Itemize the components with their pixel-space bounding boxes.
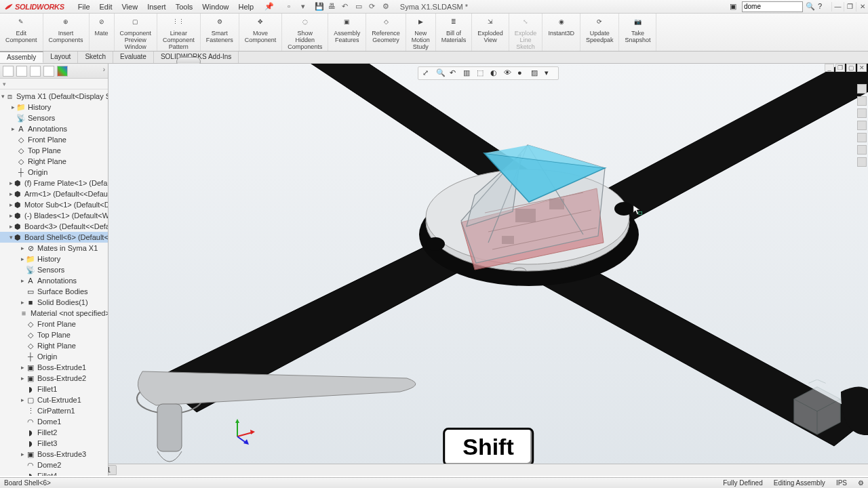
fm-tab-dim[interactable] (43, 66, 54, 77)
fm-filter-bar[interactable]: ▾ (0, 79, 108, 89)
tree-item[interactable]: ◇Front Plane (0, 134, 108, 145)
update_sp-button[interactable]: ⟳UpdateSpeedpak (580, 14, 620, 51)
search-input[interactable] (742, 1, 803, 12)
fm-tab-property[interactable] (16, 66, 27, 77)
smart_fast-button[interactable]: ⚙SmartFasteners (201, 14, 239, 51)
tree-item[interactable]: ◇Front Plane (0, 319, 108, 329)
expand-icon[interactable]: ▸ (19, 277, 26, 284)
tab-sketch[interactable]: Sketch (78, 52, 113, 63)
tree-item[interactable]: ▸📁History (0, 102, 108, 113)
tree-item[interactable]: ◇Top Plane (0, 329, 108, 340)
tree-item[interactable]: ▭Surface Bodies (0, 286, 108, 297)
help-icon[interactable]: ? (818, 2, 827, 12)
expand-icon[interactable]: ▸ (19, 245, 26, 251)
rebuild-icon[interactable]: ⟳ (369, 2, 378, 12)
restore-button[interactable]: ❐ (844, 2, 856, 12)
edit_comp-button[interactable]: ✎EditComponent (0, 14, 43, 51)
tree-item[interactable]: ▸⬢Motor Sub<1> (Default<Display S (0, 199, 108, 210)
menu-insert[interactable]: Insert (143, 1, 170, 12)
tree-item[interactable]: ▸⬢(f) Frame Plate<1> (Default<<Def (0, 178, 108, 188)
expand-icon[interactable]: ▸ (19, 364, 26, 371)
exploded-button[interactable]: ⇲ExplodedView (472, 14, 509, 51)
menu-window[interactable]: Window (198, 1, 233, 12)
tree-item[interactable]: ┼Origin (0, 351, 108, 362)
minimize-button[interactable]: — (831, 2, 844, 12)
expand-icon[interactable]: ▸ (19, 396, 26, 403)
display-style-icon[interactable]: ◐ (490, 68, 500, 78)
open-icon[interactable]: ▾ (301, 2, 311, 12)
appearance-icon[interactable]: ● (517, 68, 527, 78)
menu-file[interactable]: File (74, 1, 94, 12)
tree-item[interactable]: ▸▣Boss-Extrude1 (0, 362, 108, 373)
view-settings-icon[interactable]: ▾ (545, 68, 554, 78)
tree-item[interactable]: 📡Sensors (0, 264, 108, 275)
tree-item[interactable]: ▸▣Boss-Extrude2 (0, 373, 108, 384)
tree-item[interactable]: ▸▣Boss-Extrude3 (0, 449, 108, 460)
menu-help[interactable]: Help (234, 1, 258, 12)
hide-show-icon[interactable]: 👁 (504, 68, 513, 78)
expand-icon[interactable]: ▸ (9, 125, 16, 132)
search-scope-icon[interactable]: ▣ (730, 2, 739, 12)
tree-item[interactable]: ┼Origin (0, 167, 108, 178)
tp-view-palette[interactable] (857, 121, 867, 130)
select-icon[interactable]: ▭ (355, 2, 365, 12)
tree-item[interactable]: ◠Dome1 (0, 416, 108, 427)
tp-design-lib[interactable] (857, 96, 867, 106)
section-view-icon[interactable]: ▥ (463, 68, 473, 78)
tp-resources[interactable] (857, 84, 867, 94)
tree-item[interactable]: ▸⬢Board<3> (Default<<Default>_Di (0, 221, 108, 232)
menu-edit[interactable]: Edit (96, 1, 117, 12)
tp-file-explorer[interactable] (857, 108, 867, 118)
tree-item[interactable]: ◇Right Plane (0, 156, 108, 167)
tree-root[interactable]: ▾⧈ Syma X1 (Default<Display State-1>) (0, 91, 108, 102)
btab-motion[interactable]: Motion Study 1 (108, 465, 117, 475)
zoom-area-icon[interactable]: 🔍 (436, 68, 446, 78)
prev-view-icon[interactable]: ↶ (450, 68, 459, 78)
close-button[interactable]: ✕ (856, 2, 868, 12)
tree-item[interactable]: ▸AAnnotations (0, 123, 108, 134)
tree-item[interactable]: ▸⬢Arm<1> (Default<<Default>_Disp (0, 188, 108, 199)
view-cube[interactable] (787, 380, 848, 442)
status-units[interactable]: IPS (836, 479, 847, 487)
mdi-restore[interactable]: ❐ (835, 64, 845, 72)
zoom-fit-icon[interactable]: ⤢ (422, 68, 432, 78)
options-icon[interactable]: ⚙ (382, 2, 392, 12)
tree-item[interactable]: ▸▢Cut-Extrude1 (0, 394, 108, 405)
menu-view[interactable]: View (117, 1, 142, 12)
fm-tab-config[interactable] (30, 66, 41, 77)
status-gear-icon[interactable]: ⚙ (858, 479, 864, 487)
instant3d-button[interactable]: ◉Instant3D (542, 14, 580, 51)
fm-tab-tree[interactable] (3, 66, 14, 77)
fm-more-icon[interactable]: › (103, 66, 105, 77)
undo-icon[interactable]: ↶ (342, 2, 351, 12)
tree-item[interactable]: ▸⬢(-) Blades<1> (Default<White>) (0, 210, 108, 221)
tree-item[interactable]: ◗Fillet2 (0, 427, 108, 438)
tree-item[interactable]: ◗Fillet4 (0, 470, 108, 476)
graphics-viewport[interactable]: _ ❐ ▢ ✕ ⤢ 🔍 ↶ ▥ ⬚ ◐ 👁 ● ▨ ▾ (108, 64, 868, 476)
asm_feat-button[interactable]: ▣AssemblyFeatures (328, 14, 366, 51)
view-orient-icon[interactable]: ⬚ (477, 68, 486, 78)
tp-appearances[interactable] (857, 133, 867, 142)
mate-button[interactable]: ⊘Mate (90, 14, 115, 51)
expand-icon[interactable]: ▸ (19, 299, 26, 306)
mdi-min[interactable]: _ (825, 64, 834, 72)
mdi-close[interactable]: ✕ (857, 64, 867, 72)
menu-tools[interactable]: Tools (172, 1, 197, 12)
comp_preview-button[interactable]: ▢ComponentPreviewWindow (115, 14, 158, 51)
tree-item[interactable]: ▸■Solid Bodies(1) (0, 297, 108, 308)
expand-icon[interactable]: ▸ (19, 375, 26, 382)
tree-item[interactable]: ▸⊘Mates in Syma X1 (0, 243, 108, 253)
tab-assembly[interactable]: Assembly (0, 52, 43, 63)
bom-button[interactable]: ≣Bill ofMaterials (436, 14, 473, 51)
linear_pat-button[interactable]: ⋮⋮LinearComponentPattern (157, 14, 201, 51)
print-icon[interactable]: 🖶 (328, 2, 338, 12)
tree-item[interactable]: ◗Fillet1 (0, 384, 108, 394)
tp-custom-props[interactable] (857, 145, 867, 155)
ref_geom-button[interactable]: ◇ReferenceGeometry (366, 14, 406, 51)
take_snap-button[interactable]: 📷TakeSnapshot (619, 14, 656, 51)
new-icon[interactable]: ▫ (288, 2, 297, 12)
tree-item[interactable]: ≡Material <not specified> (0, 308, 108, 319)
tree-item[interactable]: ◠Dome2 (0, 460, 108, 470)
tab-layout[interactable]: Layout (43, 52, 78, 63)
tree-item[interactable]: ⋮CirPattern1 (0, 405, 108, 416)
